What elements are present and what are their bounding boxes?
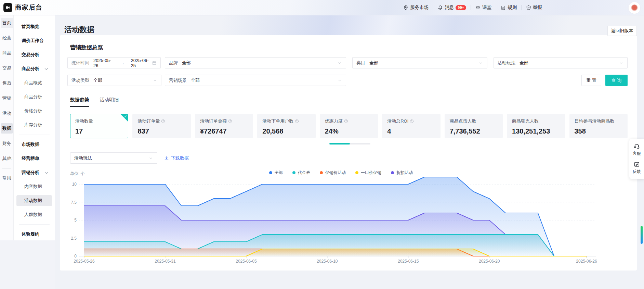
filter-label: 类目 [356,60,365,66]
metric-label: 优惠力度 [325,118,373,124]
menu-item[interactable]: 市场数据 [16,139,52,150]
menu-item[interactable]: 活动数据 [16,195,52,206]
menu-item[interactable]: 商品概览 [16,77,52,88]
chevron-down-icon [337,61,342,65]
support-button[interactable]: 客服 [633,143,641,156]
chevron-down-icon [153,78,157,83]
metric-label: 日均参与活动商品数 [575,118,622,124]
menu-item[interactable]: 调价工作台 [16,35,52,46]
metric-label: 活动订单量 [137,118,185,124]
page-scrollbar-thumb[interactable] [641,226,643,244]
chevron-down-icon [478,61,483,65]
topnav-item-report[interactable]: 举报 [526,4,542,11]
chart-legend: 全部代金券促销价活动一口价促销折扣活动 [269,170,413,176]
legend-item[interactable]: 促销价活动 [320,170,346,176]
menu-item[interactable]: 库存分析 [16,120,52,130]
rail-item[interactable]: 常用 [1,173,13,183]
dimension-select[interactable]: 活动玩法 [70,152,157,164]
menu-item[interactable]: 商品分析 [16,91,52,102]
download-label: 下载数据 [171,155,189,161]
main-content: 活动数据 返回旧版本 营销数据总览 统计时间2025-05-26→2025-06… [55,15,644,289]
bell-icon [438,5,443,10]
filter-stat-time[interactable]: 统计时间2025-05-26→2025-06-25 [67,57,161,68]
chevron-down-icon [337,78,342,83]
filter-label: 活动玩法 [498,60,515,66]
metrics-scroll-indicator[interactable] [329,143,370,144]
topnav-item-rules[interactable]: 规则 [501,4,517,11]
x-axis-label: 2025-05-31 [155,259,176,264]
topnav-item-messages[interactable]: 消息99+ [438,4,466,11]
metric-value: 7,736,552 [450,127,498,135]
metric-card[interactable]: 活动总ROI4 [382,114,440,138]
menu-item[interactable]: 内容数据 [16,181,52,192]
legend-dot [292,171,295,174]
legend-item[interactable]: 全部 [269,170,283,176]
logo-text: 商家后台 [15,3,42,12]
feedback-icon [634,161,640,167]
float-label: 客服 [633,151,641,156]
avatar[interactable] [628,2,641,14]
topnav-label: 举报 [533,4,542,11]
back-to-old-version-button[interactable]: 返回旧版本 [607,26,637,36]
y-axis-label: 0 [74,254,77,259]
metric-card[interactable]: 商品曝光人数130,251,253 [507,114,565,138]
filter-label: 活动类型 [71,77,89,84]
filter-category[interactable]: 类目全部 [352,57,487,68]
rail-item[interactable]: 经营 [1,33,13,43]
reset-button[interactable]: 重 置 [581,75,601,86]
metric-label: 活动总ROI [387,118,435,124]
filter-activity-type[interactable]: 活动类型全部 [67,75,161,86]
chart-unit-label: 单位: 个 [70,171,85,177]
dimension-select-value: 活动玩法 [74,155,92,161]
check-icon: ✓ [124,114,127,119]
nav-divider [496,5,496,10]
rail-item[interactable]: 营销 [1,93,13,103]
rail-item[interactable]: 首页 [1,18,13,28]
legend-item[interactable]: 代金券 [292,170,310,176]
tab-activity-detail[interactable]: 活动明细 [100,97,119,107]
legend-dot [320,171,323,174]
metric-card[interactable]: 日均参与活动商品数358 [569,114,628,138]
app-logo[interactable]: 商家后台 [0,3,42,12]
topnav-item-service-market[interactable]: 服务市场 [403,4,429,11]
menu-item[interactable]: 价格分析 [16,105,52,116]
metric-card[interactable]: 优惠力度24% [320,114,378,138]
rail-item[interactable]: 其他 [1,153,13,164]
menu-item[interactable]: 首页概览 [16,21,52,32]
menu-item[interactable]: 体验履约 [16,229,52,240]
topnav-item-classroom[interactable]: 课堂 [475,4,491,11]
rail-item[interactable]: 售后 [1,78,13,88]
menu-item[interactable]: 人群数据 [16,209,52,220]
floating-help-panel: 客服反馈 [629,139,644,179]
metric-label: 活动订单金额 [200,118,248,124]
metric-card[interactable]: 活动下单用户数20,568 [257,114,315,138]
metric-card[interactable]: 活动数量17✓ [70,114,128,138]
tab-data-trend[interactable]: 数据趋势 [70,97,89,107]
filter-activity-play[interactable]: 活动玩法全部 [494,57,628,68]
metric-card[interactable]: 活动订单量837 [132,114,190,138]
legend-item[interactable]: 一口价促销 [355,170,381,176]
rail-item[interactable]: 商品 [1,48,13,58]
rail-item[interactable]: 交易 [1,63,13,73]
filter-label: 统计时间 [71,60,89,66]
menu-item[interactable]: 经营榜单 [16,153,52,164]
chevron-down-icon [45,67,48,70]
filter-marketing-scene[interactable]: 营销场景全部 [165,75,346,86]
metrics-scroll-thumb[interactable] [329,143,350,144]
rail-item[interactable]: 数据 [1,123,13,134]
menu-item[interactable]: 营销分析 [16,167,52,178]
menu-divider [19,224,50,225]
query-button[interactable]: 查 询 [605,75,628,86]
feedback-button[interactable]: 反馈 [633,161,641,175]
menu-item[interactable]: 交易分析 [16,49,52,60]
rail-item[interactable]: 财务 [1,138,13,149]
legend-item[interactable]: 折扣活动 [391,170,413,176]
page-title: 活动数据 [64,25,94,35]
metric-card[interactable]: 商品点击人数7,736,552 [445,114,503,138]
download-data-link[interactable]: 下载数据 [164,155,189,161]
app-window: 商家后台 服务市场消息99+课堂规则举报 首页经营商品交易售后营销活动数据财务其… [0,0,644,289]
filter-brand[interactable]: 品牌全部 [165,57,346,68]
menu-item[interactable]: 商品分析 [16,63,52,74]
rail-item[interactable]: 活动 [1,108,13,118]
metric-card[interactable]: 活动订单金额¥726747 [195,114,253,138]
